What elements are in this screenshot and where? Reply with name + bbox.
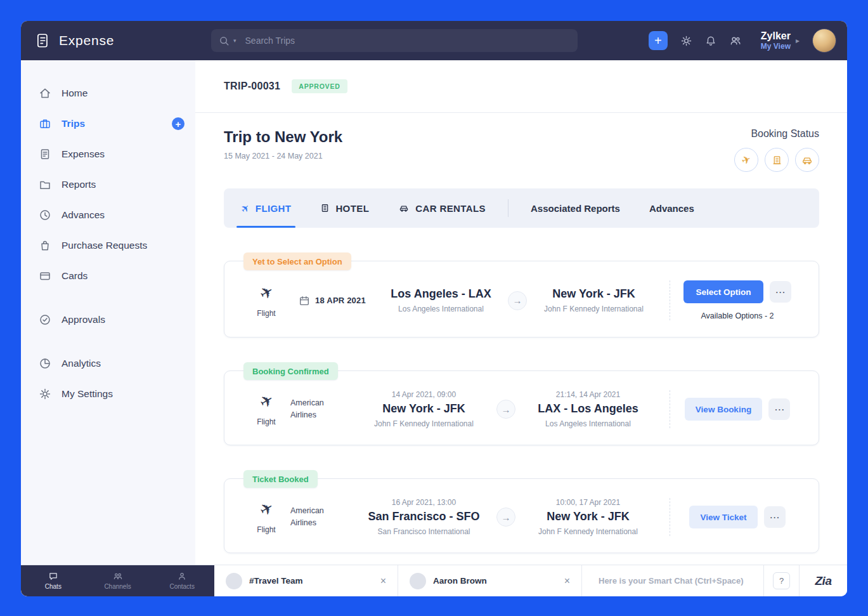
sidebar-item-reports[interactable]: Reports: [21, 169, 195, 200]
mode-column: ✈ Flight: [242, 392, 290, 426]
brand: Expense: [21, 32, 211, 49]
sidebar-item-purchase-requests[interactable]: Purchase Requests: [21, 230, 195, 261]
more-options-button[interactable]: ⋯: [764, 506, 786, 528]
arrival-time: 10:00, 17 Apr 2021: [519, 498, 657, 507]
chat-nav: Chats Channels Contacts: [21, 565, 214, 596]
quick-create-button[interactable]: +: [649, 31, 668, 50]
settings-icon[interactable]: [680, 35, 692, 47]
tab-hotel[interactable]: HOTEL: [306, 188, 384, 228]
sidebar-label: Expenses: [62, 148, 105, 160]
zia-logo[interactable]: Zia: [815, 574, 832, 588]
tab-car-rentals[interactable]: CAR RENTALS: [384, 188, 500, 228]
ellipsis-icon: ⋯: [770, 511, 780, 523]
destination-block: 10:00, 17 Apr 2021 New York - JFK John F…: [515, 498, 661, 536]
flight-option-card: Yet to Select an Option ✈ Flight 18 APR …: [224, 261, 819, 337]
tab-flight[interactable]: ✈ FLIGHT: [226, 188, 306, 228]
card-row: ✈ Flight American Airlines 16 Apr 2021, …: [224, 479, 819, 553]
sidebar-item-advances[interactable]: Advances: [21, 200, 195, 230]
chat-tab-travel-team[interactable]: #Travel Team ×: [214, 565, 398, 596]
reports-icon: [39, 178, 51, 191]
origin-city: San Francisco - SFO: [355, 510, 493, 523]
sidebar-label: Trips: [62, 118, 85, 129]
hotel-icon: [772, 155, 782, 166]
mode-column: ✈ Flight: [242, 500, 290, 534]
car-status-circle[interactable]: [795, 148, 819, 172]
question-mark-icon: ?: [779, 576, 784, 586]
help-button[interactable]: ?: [773, 572, 790, 589]
origin-airport: John F Kennedy International: [355, 419, 493, 428]
select-option-button[interactable]: Select Option: [683, 280, 763, 303]
sidebar-item-approvals[interactable]: Approvals: [21, 305, 195, 335]
departure-time: 14 Apr 2021, 09:00: [355, 390, 493, 399]
app-window: Expense ▾ +: [21, 21, 847, 596]
zia-area: Zia: [799, 565, 847, 596]
search-input[interactable]: [245, 36, 570, 46]
sidebar-item-expenses[interactable]: Expenses: [21, 139, 195, 169]
destination-airport: John F Kennedy International: [531, 305, 657, 313]
arrow-glyph: →: [502, 512, 511, 523]
more-options-button[interactable]: ⋯: [768, 398, 790, 420]
origin-airport: San Francisco International: [355, 527, 493, 536]
sidebar-item-my-settings[interactable]: My Settings: [21, 379, 195, 409]
booking-tabbar: ✈ FLIGHT HOTEL CAR RENTALS Associated Re…: [224, 188, 819, 228]
expenses-icon: [39, 148, 51, 161]
view-booking-button[interactable]: View Booking: [685, 398, 762, 421]
approvals-icon: [39, 313, 51, 326]
destination-city: New York - JFK: [531, 287, 657, 301]
user-avatar[interactable]: [812, 29, 836, 53]
search-bar[interactable]: ▾: [211, 29, 578, 52]
available-options-note: Available Options - 2: [701, 311, 774, 320]
plane-icon: ✈: [740, 152, 753, 168]
origin-block: Los Angeles - LAX Los Angeles Internatio…: [374, 287, 508, 313]
departure-time: 16 Apr 2021, 13:00: [355, 498, 493, 507]
card-row: ✈ Flight American Airlines 14 Apr 2021, …: [224, 371, 819, 445]
sidebar-label: Reports: [62, 179, 96, 190]
purchase-requests-icon: [39, 239, 51, 252]
chat-nav-chats[interactable]: Chats: [21, 565, 86, 596]
plane-icon: ✈: [256, 390, 277, 413]
arrow-glyph: →: [513, 295, 522, 306]
card-status-badge: Booking Confirmed: [243, 362, 338, 380]
sidebar-item-trips[interactable]: Trips +: [21, 108, 195, 139]
booking-status-icons: ✈: [734, 148, 819, 172]
booking-status: Booking Status ✈: [734, 128, 819, 172]
tab-associated-reports[interactable]: Associated Reports: [516, 188, 635, 228]
chat-tab-aaron-brown[interactable]: Aaron Brown ×: [398, 565, 582, 596]
add-trip-button[interactable]: +: [172, 117, 185, 130]
close-icon[interactable]: ×: [380, 575, 386, 587]
sidebar-label: Home: [62, 88, 87, 99]
sidebar-label: Approvals: [62, 314, 105, 325]
chats-icon: [48, 572, 58, 581]
hotel-status-circle[interactable]: [765, 148, 789, 172]
trip-title-row: Trip to New York 15 May 2021 - 24 May 20…: [195, 113, 847, 172]
flight-status-circle[interactable]: ✈: [734, 148, 758, 172]
sidebar-label: Analytics: [62, 358, 101, 369]
flight-date-text: 18 APR 2021: [315, 296, 366, 305]
arrow-glyph: →: [502, 404, 511, 415]
view-ticket-button[interactable]: View Ticket: [689, 506, 757, 528]
chevron-right-icon: ▸: [796, 36, 800, 45]
users-icon[interactable]: [729, 35, 742, 47]
sidebar-item-cards[interactable]: Cards: [21, 261, 195, 291]
chat-nav-contacts[interactable]: Contacts: [150, 565, 214, 596]
ellipsis-icon: ⋯: [775, 286, 786, 298]
trip-date-range: 15 May 2021 - 24 May 2021: [224, 152, 342, 161]
chat-nav-channels[interactable]: Channels: [86, 565, 150, 596]
channels-icon: [113, 572, 123, 581]
close-icon[interactable]: ×: [564, 575, 570, 587]
notifications-bell-icon[interactable]: [705, 35, 716, 47]
sidebar-item-analytics[interactable]: Analytics: [21, 348, 195, 379]
org-switcher[interactable]: Zylker My View ▸: [761, 30, 800, 51]
more-options-button[interactable]: ⋯: [770, 281, 791, 303]
arrow-right-icon: →: [496, 508, 515, 527]
airline-name: American Airlines: [290, 397, 351, 422]
expense-logo-icon: [35, 32, 51, 49]
card-status-badge: Yet to Select an Option: [243, 252, 351, 270]
card-actions: View Booking ⋯: [670, 398, 805, 421]
destination-airport: Los Angeles International: [519, 419, 657, 428]
plus-icon: +: [176, 119, 181, 129]
smart-chat-input[interactable]: [599, 576, 747, 586]
trip-title-block: Trip to New York 15 May 2021 - 24 May 20…: [224, 128, 342, 161]
sidebar-item-home[interactable]: Home: [21, 78, 195, 108]
tab-advances[interactable]: Advances: [635, 188, 709, 228]
